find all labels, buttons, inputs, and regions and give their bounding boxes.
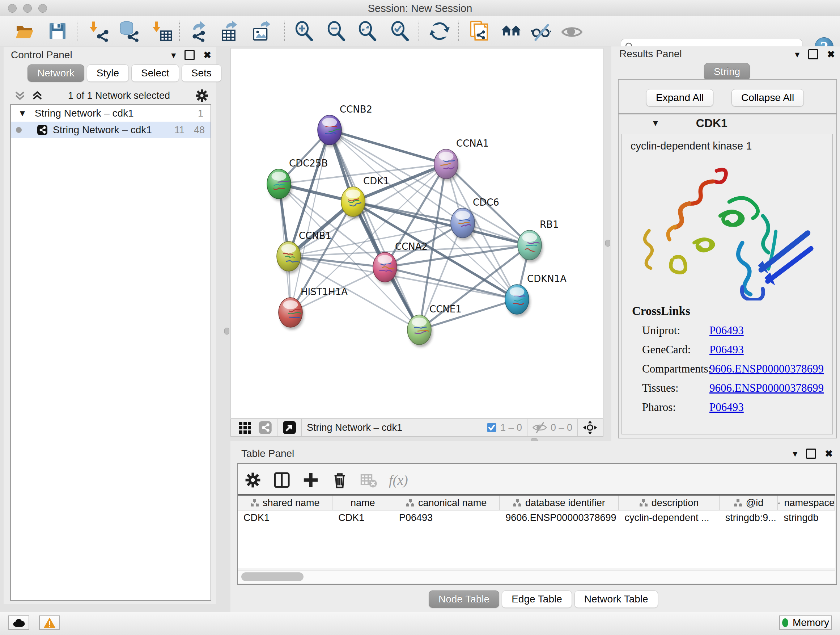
- control-panel-float-icon[interactable]: [185, 50, 195, 60]
- table-row[interactable]: CDK1CDK1P064939606.ENSP00000378699cyclin…: [238, 510, 835, 525]
- gene-entry-header[interactable]: ▼ CDK1: [619, 114, 836, 132]
- table-panel-float-icon[interactable]: [806, 448, 816, 459]
- gene-expander-icon[interactable]: ▼: [651, 118, 660, 128]
- tab-network[interactable]: Network: [27, 65, 84, 82]
- table-cell[interactable]: 9606.ENSP00000378699: [500, 510, 619, 525]
- zoom-out-button[interactable]: [326, 21, 347, 42]
- node-CCNA1[interactable]: CCNA1: [434, 138, 489, 181]
- crosslink-link[interactable]: 9606.ENSP00000378699: [709, 382, 824, 394]
- crosslink-link[interactable]: P06493: [709, 401, 744, 413]
- hidden-items-eye-slash-icon: [532, 422, 547, 433]
- memory-button[interactable]: Memory: [779, 616, 832, 630]
- table-type-tabs: Node TableEdge TableNetwork Table: [429, 591, 658, 608]
- zoom-fit-button[interactable]: [357, 21, 378, 42]
- selected-nodes-checkbox-icon[interactable]: [486, 423, 497, 432]
- network-view-icon[interactable]: [258, 421, 272, 434]
- table-cell[interactable]: stringdb: [778, 510, 835, 525]
- tab-node-table[interactable]: Node Table: [429, 591, 499, 608]
- expand-all-tree-icon[interactable]: [14, 90, 26, 101]
- node-RB1[interactable]: RB1: [518, 219, 559, 263]
- node-CDKN1A[interactable]: CDKN1A: [505, 273, 567, 317]
- warning-icon: [43, 617, 56, 628]
- open-session-button[interactable]: [14, 21, 35, 42]
- column-header-canonical-name[interactable]: canonical name: [393, 496, 500, 510]
- import-table-file-button[interactable]: [151, 21, 172, 42]
- open-network-in-browser-button[interactable]: [468, 21, 489, 42]
- import-network-file-button[interactable]: [88, 21, 109, 42]
- edge-CCNB2-HIST1H1A[interactable]: [291, 130, 330, 312]
- grid-view-icon[interactable]: [238, 421, 252, 434]
- collapse-all-button[interactable]: Collapse All: [731, 89, 804, 106]
- birds-eye-view-icon[interactable]: [283, 421, 296, 434]
- control-panel-menu-icon[interactable]: ▾: [171, 50, 176, 60]
- network-row[interactable]: String Network – cdk1 11 48: [11, 122, 210, 138]
- zoom-selected-button[interactable]: [390, 21, 411, 42]
- left-splitter-handle[interactable]: [224, 328, 229, 334]
- control-panel: Control Panel ▾ ✖ NetworkStyleSelectSets…: [4, 47, 216, 604]
- control-panel-close-icon[interactable]: ✖: [203, 50, 211, 60]
- save-session-button[interactable]: [47, 21, 68, 42]
- edge-CCNB2-RB1[interactable]: [330, 130, 530, 245]
- column-header-shared-name[interactable]: shared name: [238, 496, 332, 510]
- control-panel-title: Control Panel: [11, 49, 73, 61]
- warnings-button[interactable]: [39, 616, 60, 630]
- network-options-gear-icon[interactable]: [195, 88, 209, 103]
- export-image-button[interactable]: [251, 21, 272, 42]
- right-splitter-handle[interactable]: [605, 240, 610, 247]
- column-header-namespace[interactable]: namespace: [778, 496, 835, 510]
- crosslink-link[interactable]: P06493: [709, 343, 744, 356]
- create-column-plus-icon[interactable]: [302, 471, 319, 489]
- crosslink-label: Tissues:: [642, 382, 709, 394]
- tab-edge-table[interactable]: Edge Table: [502, 591, 572, 608]
- table-panel-menu-icon[interactable]: ▾: [793, 449, 797, 458]
- network-collection-row[interactable]: ▼ String Network – cdk1 1: [11, 105, 210, 122]
- table-panel-close-icon[interactable]: ✖: [825, 449, 833, 458]
- expand-all-button[interactable]: Expand All: [646, 89, 714, 106]
- import-network-database-button[interactable]: [118, 21, 139, 42]
- tab-network-table[interactable]: Network Table: [575, 591, 658, 608]
- table-cell[interactable]: P06493: [393, 510, 500, 525]
- pan-crosshair-icon[interactable]: [583, 420, 597, 435]
- table-cell[interactable]: CDK1: [332, 510, 393, 525]
- table-cell[interactable]: stringdb:9...: [720, 510, 778, 525]
- edge-CCNB2-CCNA1[interactable]: [330, 130, 446, 164]
- tab-style[interactable]: Style: [87, 65, 129, 82]
- collapse-all-tree-icon[interactable]: [31, 90, 43, 101]
- crosslink-label: Compartments:: [642, 363, 709, 375]
- scrollbar-thumb[interactable]: [241, 572, 303, 581]
- hide-glasses-button[interactable]: [531, 21, 551, 42]
- results-panel-float-icon[interactable]: [808, 49, 818, 59]
- tab-select[interactable]: Select: [131, 65, 179, 82]
- edge-CCNB2-CCNE1[interactable]: [330, 130, 419, 330]
- column-header-name[interactable]: name: [332, 496, 393, 510]
- column-header-database-identifier[interactable]: database identifier: [500, 496, 619, 510]
- export-table-button[interactable]: [220, 21, 241, 42]
- export-network-button[interactable]: [189, 21, 210, 42]
- zoom-in-button[interactable]: [294, 21, 315, 42]
- crosslink-link[interactable]: 9606.ENSP00000378699: [709, 363, 824, 375]
- window-title: Session: New Session: [0, 3, 840, 14]
- refresh-view-button[interactable]: [429, 21, 450, 42]
- table-cell[interactable]: cyclin-dependent ...: [619, 510, 719, 525]
- crosslink-link[interactable]: P06493: [709, 324, 744, 337]
- table-settings-gear-icon[interactable]: [244, 471, 262, 489]
- results-panel-menu-icon[interactable]: ▾: [795, 50, 799, 59]
- network-canvas[interactable]: CCNB2CCNA1CDC25BCDK1CDC6RB1CCNB1CCNA2CDK…: [231, 48, 603, 418]
- show-columns-icon[interactable]: [273, 471, 291, 489]
- collection-expander-icon[interactable]: ▼: [18, 108, 27, 119]
- show-eye-button[interactable]: [561, 21, 583, 42]
- tab-sets[interactable]: Sets: [182, 65, 221, 82]
- crosslinks-section: CrossLinks Uniprot:P06493GeneCard:P06493…: [632, 304, 827, 414]
- node-label-CCNA1: CCNA1: [456, 138, 489, 149]
- delete-table-icon: [360, 471, 377, 489]
- network-list-header: 1 of 1 Network selected: [4, 88, 216, 103]
- results-panel-close-icon[interactable]: ✖: [827, 50, 835, 59]
- current-network-name: String Network – cdk1: [307, 422, 402, 433]
- cloud-status-button[interactable]: [8, 616, 29, 630]
- tab-string[interactable]: String: [704, 63, 750, 80]
- column-header-description[interactable]: description: [619, 496, 719, 510]
- delete-column-trash-icon[interactable]: [331, 471, 348, 489]
- column-header-@id[interactable]: @id: [720, 496, 778, 510]
- table-cell[interactable]: CDK1: [238, 510, 332, 525]
- string-home-button[interactable]: [501, 21, 522, 42]
